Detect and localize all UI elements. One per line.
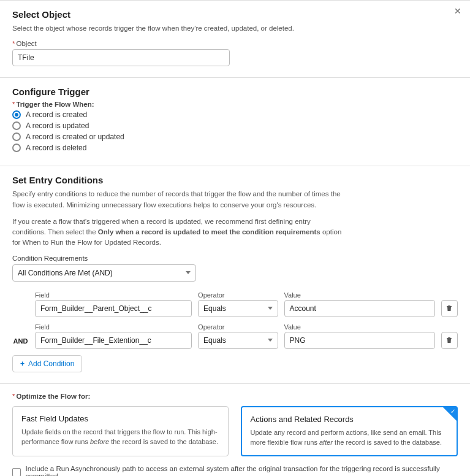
entry-conditions-section: Set Entry Conditions Specify entry condi… [0,166,470,383]
object-combobox[interactable]: TFile [12,49,230,66]
select-object-section: ✕ Select Object Select the object whose … [0,0,470,77]
operator-select[interactable]: Equals [198,300,278,317]
radio-icon [12,110,21,119]
radio-deleted[interactable]: A record is deleted [12,144,458,152]
conditions-grid: Field Form_Builder__Parent_Object__c Ope… [12,291,458,349]
configure-trigger-section: Configure Trigger *Trigger the Flow When… [0,77,470,166]
plus-icon: + [20,359,25,368]
radio-icon [12,121,21,130]
chevron-down-icon [186,271,191,274]
close-button[interactable]: ✕ [454,6,461,16]
card-title: Fast Field Updates [21,414,219,423]
entry-desc-1: Specify entry conditions to reduce the n… [12,189,343,210]
object-label: *Object [12,40,458,47]
object-value: TFile [18,53,34,62]
card-title: Actions and Related Records [251,415,449,424]
trigger-when-label: *Trigger the Flow When: [12,101,458,108]
field-combobox[interactable]: Form_Builder__File_Extention__c [35,332,192,349]
entry-conditions-title: Set Entry Conditions [12,175,458,185]
condition-req-select[interactable]: All Conditions Are Met (AND) [12,264,196,282]
and-label: AND [12,337,29,349]
value-input[interactable]: Account [284,300,435,317]
operator-select[interactable]: Equals [198,332,278,349]
radio-created[interactable]: A record is created [12,110,458,119]
delete-condition-button[interactable] [441,300,458,317]
selected-check-icon [443,407,457,421]
optimize-section: *Optimize the Flow for: Fast Field Updat… [0,383,470,477]
condition-row: AND Field Form_Builder__File_Extention__… [12,323,458,349]
radio-updated[interactable]: A record is updated [12,121,458,130]
field-combobox[interactable]: Form_Builder__Parent_Object__c [35,300,192,317]
value-input[interactable]: PNG [284,332,435,349]
actions-related-records-card[interactable]: Actions and Related Records Update any r… [241,406,458,456]
async-label: Include a Run Asynchronously path to acc… [26,465,458,477]
async-checkbox-row[interactable]: Include a Run Asynchronously path to acc… [12,465,458,477]
chevron-down-icon [268,307,273,310]
card-desc: Update fields on the record that trigger… [21,427,219,447]
select-object-title: Select Object [12,9,458,20]
card-desc: Update any record and perform actions, l… [251,428,449,448]
condition-req-label: Condition Requirements [12,255,458,262]
condition-row: Field Form_Builder__Parent_Object__c Ope… [12,291,458,317]
fast-field-updates-card[interactable]: Fast Field Updates Update fields on the … [12,406,229,456]
delete-condition-button[interactable] [441,332,458,349]
radio-icon [12,132,21,141]
configure-trigger-title: Configure Trigger [12,86,458,97]
radio-icon [12,144,21,152]
checkbox-icon [12,468,21,477]
entry-desc-2: If you create a flow that's triggered wh… [12,217,343,248]
add-condition-button[interactable]: + Add Condition [12,355,82,372]
chevron-down-icon [268,339,273,342]
optimize-label: *Optimize the Flow for: [12,393,458,400]
radio-created-or-updated[interactable]: A record is created or updated [12,132,458,141]
select-object-desc: Select the object whose records trigger … [12,23,343,34]
